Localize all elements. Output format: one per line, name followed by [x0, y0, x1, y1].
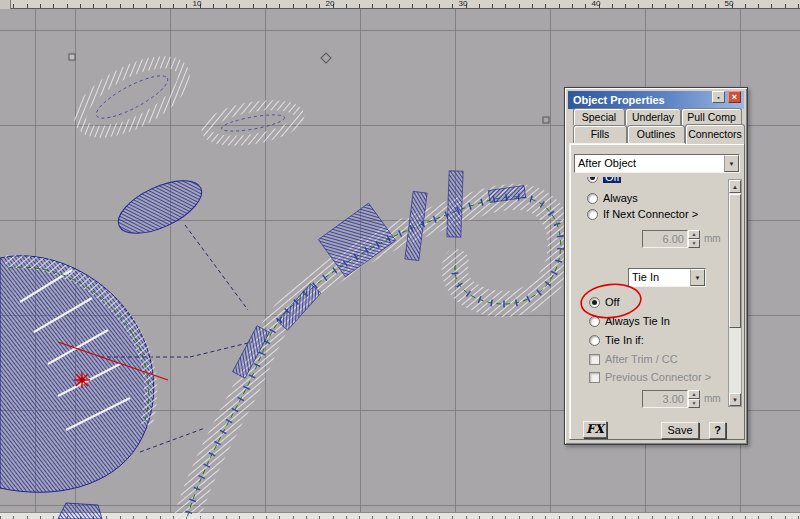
- radio-label: Tie In if:: [605, 334, 644, 346]
- after-object-select[interactable]: After Object ▼: [574, 154, 740, 173]
- checkbox-icon[interactable]: [589, 372, 600, 383]
- clipped-option[interactable]: Off: [587, 177, 697, 185]
- needle-position-marker: [74, 372, 90, 388]
- radio-always[interactable]: Always: [587, 191, 638, 205]
- radio-label: Always Tie In: [605, 315, 670, 327]
- checkbox-previous-connector[interactable]: Previous Connector >: [589, 370, 711, 384]
- radio-icon[interactable]: [589, 316, 600, 327]
- radio-icon[interactable]: [587, 193, 598, 204]
- ruler-number: 50: [721, 0, 737, 8]
- dropdown-arrow-icon[interactable]: ▼: [724, 155, 739, 172]
- tab-pull-comp[interactable]: Pull Comp: [681, 108, 742, 125]
- radio-tie-in-if[interactable]: Tie In if:: [589, 333, 644, 347]
- ruler-number: 10: [189, 0, 205, 8]
- clipped-option-label: Off: [603, 177, 621, 183]
- dialog-title: Object Properties: [573, 94, 665, 106]
- close-icon[interactable]: ×: [728, 91, 741, 103]
- tab-fills[interactable]: Fills: [573, 125, 627, 143]
- checkbox-icon[interactable]: [589, 354, 600, 365]
- tab-outlines[interactable]: Outlines: [627, 125, 685, 143]
- tie-length-stepper[interactable]: ▲ ▼: [688, 390, 700, 408]
- tie-length-value: 3.00: [663, 393, 684, 405]
- checkbox-label: Previous Connector >: [605, 371, 711, 383]
- tab-special[interactable]: Special: [573, 108, 625, 125]
- tie-length-unit: mm: [704, 393, 721, 404]
- radio-label: Off: [605, 296, 619, 308]
- options-scrollbar[interactable]: ▲ ▼: [728, 179, 742, 407]
- radio-label: Always: [603, 192, 638, 204]
- fx-button[interactable]: FX: [583, 421, 607, 438]
- radio-tie-off[interactable]: Off: [589, 295, 619, 309]
- scroll-down-icon[interactable]: ▼: [729, 393, 741, 406]
- tab-connectors[interactable]: Connectors: [685, 124, 745, 144]
- radio-always-tie-in[interactable]: Always Tie In: [589, 314, 670, 328]
- spin-up-icon[interactable]: ▲: [688, 230, 700, 239]
- radio-icon[interactable]: [587, 209, 598, 220]
- ruler-number: 20: [322, 0, 338, 8]
- tab-underlay[interactable]: Underlay: [625, 108, 681, 125]
- trim-length-field[interactable]: 6.00: [642, 230, 688, 248]
- checkbox-label: After Trim / CC: [605, 353, 678, 365]
- help-button[interactable]: ?: [709, 422, 726, 439]
- tie-in-value: Tie In: [629, 269, 690, 286]
- radio-icon[interactable]: [589, 297, 600, 308]
- ruler-number: 30: [455, 0, 471, 8]
- ruler-corner: [0, 0, 11, 9]
- petal-upper-right[interactable]: [204, 99, 302, 147]
- radio-if-next-connector[interactable]: If Next Connector >: [587, 207, 698, 221]
- after-object-value: After Object: [575, 155, 724, 172]
- trim-length-stepper[interactable]: ▲ ▼: [688, 230, 700, 248]
- radio-icon[interactable]: [589, 335, 600, 346]
- petal-upper-left[interactable]: [70, 48, 194, 146]
- bottom-design-fragment[interactable]: [58, 503, 102, 519]
- tie-in-select[interactable]: Tie In ▼: [628, 268, 706, 287]
- horizontal-ruler: 10 20 30 40 50: [0, 0, 800, 9]
- checkbox-after-trim-cc[interactable]: After Trim / CC: [589, 352, 678, 366]
- spin-down-icon[interactable]: ▼: [688, 399, 700, 408]
- dropdown-arrow-icon[interactable]: ▼: [690, 269, 705, 286]
- scroll-up-icon[interactable]: ▲: [729, 180, 741, 193]
- trim-length-value: 6.00: [663, 233, 684, 245]
- radio-icon[interactable]: [587, 177, 598, 183]
- ruler-number: 40: [588, 0, 604, 8]
- save-button[interactable]: Save: [661, 422, 699, 439]
- radio-label: If Next Connector >: [603, 208, 698, 220]
- object-properties-dialog[interactable]: Object Properties ▪ × Special Underlay P…: [564, 87, 748, 445]
- tie-length-field[interactable]: 3.00: [642, 390, 688, 408]
- scrollbar-thumb[interactable]: [729, 194, 741, 328]
- pin-button[interactable]: ▪: [712, 91, 725, 103]
- trim-length-unit: mm: [704, 233, 721, 244]
- petal-blue-satin[interactable]: [111, 170, 209, 244]
- spin-down-icon[interactable]: ▼: [688, 239, 700, 248]
- spin-up-icon[interactable]: ▲: [688, 390, 700, 399]
